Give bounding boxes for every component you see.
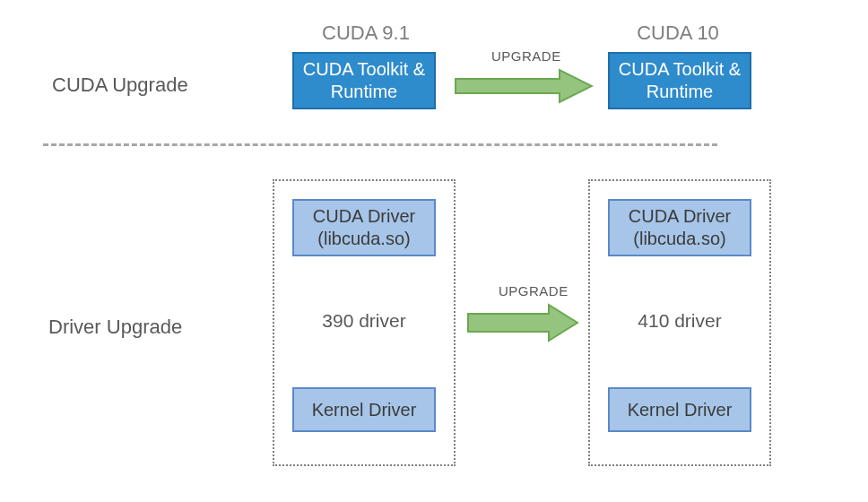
driver-version-right: 410 driver	[608, 310, 751, 332]
upgrade-arrow-bottom	[466, 303, 579, 342]
kernel-driver-box-left: Kernel Driver	[292, 387, 436, 432]
section-label-cuda: CUDA Upgrade	[52, 74, 188, 97]
svg-marker-1	[468, 305, 577, 341]
upgrade-label-bottom: UPGRADE	[499, 283, 569, 299]
cuda-driver-box-left: CUDA Driver (libcuda.so)	[292, 199, 436, 256]
toolkit-box-right: CUDA Toolkit & Runtime	[608, 52, 751, 109]
driver-version-left: 390 driver	[292, 310, 436, 332]
svg-marker-0	[456, 70, 592, 102]
column-header-left: CUDA 9.1	[312, 22, 420, 45]
column-header-right: CUDA 10	[624, 22, 732, 45]
section-label-driver: Driver Upgrade	[48, 316, 182, 339]
upgrade-label-top: UPGRADE	[491, 48, 561, 64]
toolkit-box-left: CUDA Toolkit & Runtime	[292, 52, 436, 109]
cuda-driver-box-right: CUDA Driver (libcuda.so)	[608, 199, 751, 256]
upgrade-arrow-top	[454, 68, 594, 104]
kernel-driver-box-right: Kernel Driver	[608, 387, 751, 432]
divider-line	[43, 143, 717, 146]
